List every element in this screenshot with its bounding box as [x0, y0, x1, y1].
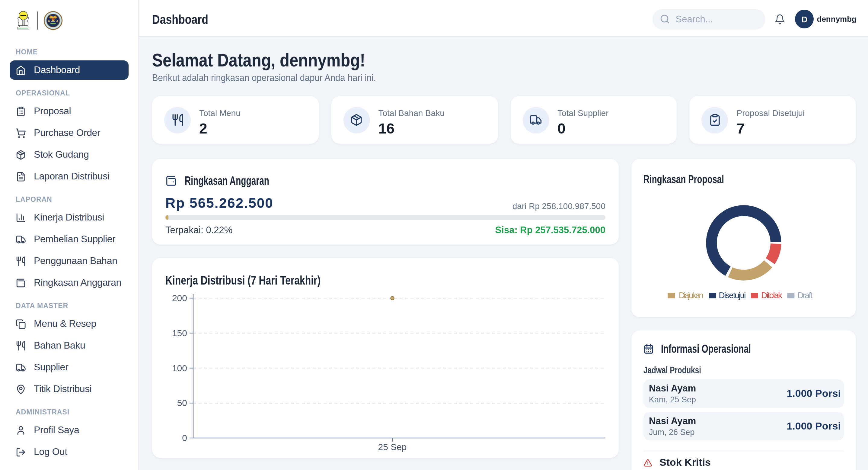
svg-text:25 Sep: 25 Sep — [378, 442, 406, 452]
svg-text:50: 50 — [177, 398, 187, 408]
svg-text:200: 200 — [172, 293, 187, 303]
svg-text:Disetujui: Disetujui — [719, 291, 746, 300]
svg-text:Selamat Datang, dennymbg!: Selamat Datang, dennymbg! — [152, 50, 365, 70]
svg-text:Diajukan: Diajukan — [679, 291, 704, 300]
svg-text:Ringkasan Anggaran: Ringkasan Anggaran — [185, 174, 269, 187]
svg-text:Ditolak: Ditolak — [761, 291, 783, 300]
svg-text:Ringkasan Proposal: Ringkasan Proposal — [644, 173, 724, 185]
svg-text:Jadwal Produksi: Jadwal Produksi — [644, 365, 701, 376]
svg-text:Berikut adalah ringkasan opera: Berikut adalah ringkasan operasional dap… — [152, 72, 376, 83]
svg-text:150: 150 — [172, 328, 187, 338]
svg-text:100: 100 — [172, 363, 187, 373]
svg-text:Dashboard: Dashboard — [152, 12, 208, 27]
svg-text:0: 0 — [182, 433, 187, 443]
svg-text:Informasi Operasional: Informasi Operasional — [661, 343, 751, 355]
svg-text:Kinerja Distribusi (7 Hari Ter: Kinerja Distribusi (7 Hari Terakhir) — [165, 274, 320, 287]
svg-text:Draft: Draft — [797, 291, 812, 300]
